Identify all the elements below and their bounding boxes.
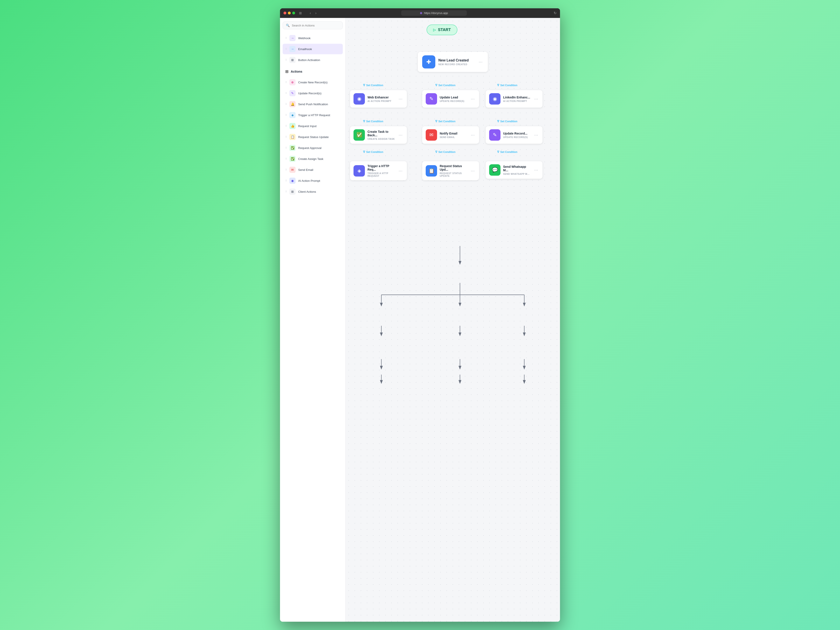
sidebar-item-create-record[interactable]: ⠿ ⊕ Create New Record(s) xyxy=(283,77,343,87)
create-record-icon: ⊕ xyxy=(289,79,295,85)
sidebar-item-request-input[interactable]: ⠿ 👍 Request Input xyxy=(283,121,343,131)
card-menu-button[interactable]: ⋯ xyxy=(398,96,403,102)
close-button[interactable] xyxy=(284,12,286,14)
card-menu-button[interactable]: ⋯ xyxy=(470,132,475,138)
linkedin-enhancer-icon: ◉ xyxy=(489,93,501,104)
card-subtitle: SEND WHATSAPP M... xyxy=(503,172,531,175)
sidebar-item-request-status[interactable]: ⠿ 📋 Request Status Update xyxy=(283,132,343,142)
send-email-icon: ✉ xyxy=(289,167,295,173)
set-condition-label: Set Condition xyxy=(500,150,517,153)
trigger-http-icon: ◈ xyxy=(354,165,365,177)
search-box[interactable]: 🔍 xyxy=(283,21,343,29)
drag-handle: ⠿ xyxy=(285,114,287,117)
set-condition-row3-right[interactable]: ∇ Set Condition xyxy=(497,150,517,153)
set-condition-label: Set Condition xyxy=(438,150,455,153)
set-condition-row1-left[interactable]: ∇ Set Condition xyxy=(363,84,383,87)
create-task-icon: ✅ xyxy=(289,156,295,162)
sidebar-item-update-record[interactable]: ⠿ ✎ Update Record(s) xyxy=(283,88,343,98)
drag-handle: ⠿ xyxy=(285,48,287,51)
start-node[interactable]: ▷ START xyxy=(426,25,458,35)
search-input[interactable] xyxy=(292,24,339,27)
drag-handle: ⠿ xyxy=(285,92,287,95)
trigger-card[interactable]: ✚ New Lead Created NEW RECORD CREATED ⋯ xyxy=(418,52,488,72)
trigger-menu-button[interactable]: ⋯ xyxy=(478,58,483,65)
set-condition-icon: ∇ xyxy=(435,84,437,87)
card-subtitle: UPDATE RECORD(S) xyxy=(503,136,531,139)
update-lead-icon: ✎ xyxy=(426,93,437,104)
drag-handle: ⠿ xyxy=(285,147,287,149)
flow-card-update-record[interactable]: ✎ Update Record... UPDATE RECORD(S) ⋯ xyxy=(486,126,543,144)
card-info: Trigger a HTTP Req... TRIGGER A HTTP REQ… xyxy=(368,164,395,177)
card-menu-button[interactable]: ⋯ xyxy=(533,167,539,173)
sidebar-item-request-approval[interactable]: ⠿ ✅ Request Approval xyxy=(283,143,343,153)
sidebar-item-ai-prompt[interactable]: ⠿ ◉ AI Action Prompt xyxy=(283,175,343,186)
trigger-info: New Lead Created NEW RECORD CREATED xyxy=(438,58,475,66)
browser-window: ⊞ ‹ › https://docyrus.app ↻ 🔍 ⠿ → W xyxy=(280,8,560,622)
sidebar-item-label: Request Approval xyxy=(298,146,322,150)
url-pill[interactable]: https://docyrus.app xyxy=(401,10,467,16)
flow-card-update-lead[interactable]: ✎ Update Lead UPDATE RECORD(S) ⋯ xyxy=(422,90,479,107)
card-menu-button[interactable]: ⋯ xyxy=(398,167,403,174)
flow-card-web-enhancer[interactable]: ◉ Web Enhancer AI ACTION PROMPT ⋯ xyxy=(350,90,407,107)
sidebar-item-push-notification[interactable]: ⠿ 🔔 Send Push Notification xyxy=(283,99,343,109)
flow-card-linkedin-enhancer[interactable]: ◉ LinkedIn Enhanc... AI ACTION PROMPT ⋯ xyxy=(486,90,543,107)
card-info: Create Task to Back... CREATE ASSIGN TAS… xyxy=(368,130,395,140)
card-info: Send Whatsapp M... SEND WHATSAPP M... xyxy=(503,165,531,175)
sidebar: 🔍 ⠿ → Webhook ⠿ → Emailhook ⠿ ⊞ Button A… xyxy=(280,18,346,622)
card-subtitle: AI ACTION PROMPT xyxy=(503,100,531,103)
app-content: 🔍 ⠿ → Webhook ⠿ → Emailhook ⠿ ⊞ Button A… xyxy=(280,18,560,622)
forward-button[interactable]: › xyxy=(314,10,317,16)
client-actions-icon: ⊞ xyxy=(289,189,295,195)
flow-card-send-whatsapp[interactable]: 💬 Send Whatsapp M... SEND WHATSAPP M... … xyxy=(486,161,543,179)
card-menu-button[interactable]: ⋯ xyxy=(533,96,539,102)
set-condition-icon: ∇ xyxy=(497,150,499,153)
sidebar-item-http-request[interactable]: ⠿ ◈ Trigger a HTTP Request xyxy=(283,110,343,120)
minimize-button[interactable] xyxy=(288,12,291,14)
back-button[interactable]: ‹ xyxy=(308,10,312,16)
sidebar-toggle-button[interactable]: ⊞ xyxy=(298,10,303,16)
flow-card-trigger-http[interactable]: ◈ Trigger a HTTP Req... TRIGGER A HTTP R… xyxy=(350,161,407,180)
sidebar-item-button-activation[interactable]: ⠿ ⊞ Button Activation xyxy=(283,55,343,65)
set-condition-row2-mid[interactable]: ∇ Set Condition xyxy=(435,120,455,123)
set-condition-row3-left[interactable]: ∇ Set Condition xyxy=(363,150,383,153)
sidebar-item-webhook[interactable]: ⠿ → Webhook xyxy=(283,33,343,43)
sidebar-item-emailhook[interactable]: ⠿ → Emailhook xyxy=(283,44,343,54)
ai-prompt-icon: ◉ xyxy=(289,178,295,184)
set-condition-icon: ∇ xyxy=(363,84,365,87)
request-status-icon: 📋 xyxy=(289,134,295,140)
sidebar-item-label: Send Push Notification xyxy=(298,103,328,106)
card-menu-button[interactable]: ⋯ xyxy=(398,132,403,138)
flow-card-notify-email[interactable]: ✉ Notify Email SEND EMAIL ⋯ xyxy=(422,126,479,144)
sidebar-item-label: Request Status Update xyxy=(298,136,329,139)
set-condition-label: Set Condition xyxy=(438,84,455,87)
set-condition-label: Set Condition xyxy=(366,120,383,123)
set-condition-row2-right[interactable]: ∇ Set Condition xyxy=(497,120,517,123)
flow-card-request-status[interactable]: 📋 Request Status Upd... REQUEST STATUS U… xyxy=(422,161,479,180)
set-condition-icon: ∇ xyxy=(363,120,365,123)
canvas-area[interactable]: ▷ START ✚ New Lead Created NEW RECORD CR… xyxy=(346,18,560,622)
url-text: https://docyrus.app xyxy=(424,11,448,15)
set-condition-label: Set Condition xyxy=(366,84,383,87)
card-menu-button[interactable]: ⋯ xyxy=(470,167,475,174)
set-condition-row1-right[interactable]: ∇ Set Condition xyxy=(497,84,517,87)
trigger-subtitle: NEW RECORD CREATED xyxy=(438,63,475,66)
refresh-button[interactable]: ↻ xyxy=(554,11,556,15)
sidebar-item-send-email[interactable]: ⠿ ✉ Send Email xyxy=(283,164,343,175)
sidebar-item-label: Client Actions xyxy=(298,190,316,193)
maximize-button[interactable] xyxy=(292,12,295,14)
flow-card-create-task[interactable]: ✅ Create Task to Back... CREATE ASSIGN T… xyxy=(350,126,407,144)
set-condition-row1-mid[interactable]: ∇ Set Condition xyxy=(435,84,455,87)
sidebar-item-client-actions[interactable]: ⠿ ⊞ Client Actions xyxy=(283,186,343,197)
drag-handle: ⠿ xyxy=(285,158,287,160)
browser-titlebar: ⊞ ‹ › https://docyrus.app ↻ xyxy=(280,8,560,18)
card-menu-button[interactable]: ⋯ xyxy=(470,96,475,102)
card-menu-button[interactable]: ⋯ xyxy=(533,132,539,138)
notify-email-icon: ✉ xyxy=(426,129,437,141)
start-label: START xyxy=(438,28,451,32)
set-condition-row2-left[interactable]: ∇ Set Condition xyxy=(363,120,383,123)
sidebar-item-create-task[interactable]: ⠿ ✅ Create Assign Task xyxy=(283,153,343,164)
card-info: Request Status Upd... REQUEST STATUS UPD… xyxy=(440,164,467,177)
set-condition-row3-mid[interactable]: ∇ Set Condition xyxy=(435,150,455,153)
card-title: Request Status Upd... xyxy=(440,164,467,171)
card-info: LinkedIn Enhanc... AI ACTION PROMPT xyxy=(503,96,531,103)
